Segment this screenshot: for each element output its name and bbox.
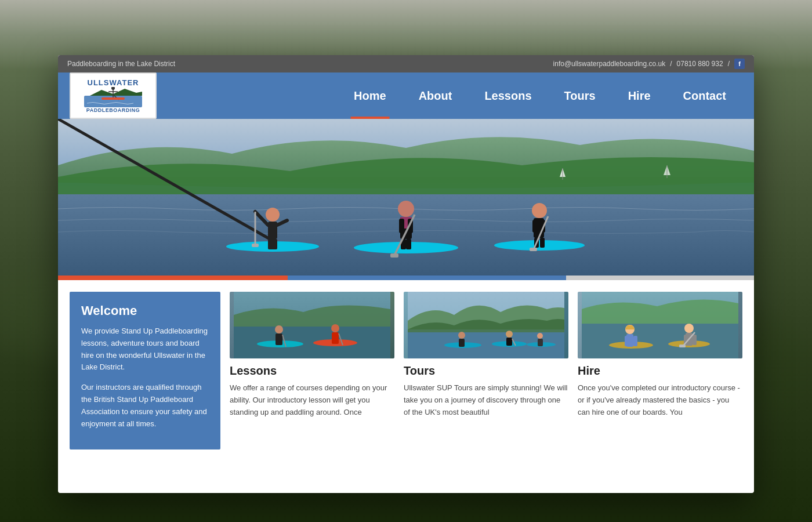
top-bar: Paddleboarding in the Lake District info… — [58, 55, 754, 72]
welcome-box: Welcome We provide Stand Up Paddleboardi… — [70, 292, 220, 449]
hero-image — [58, 119, 754, 276]
nav-home[interactable]: Home — [338, 72, 403, 119]
logo-text-top: ULLSWATER — [77, 78, 150, 87]
svg-point-23 — [398, 201, 414, 217]
hire-title[interactable]: Hire — [578, 364, 742, 378]
svg-rect-19 — [268, 239, 277, 249]
nav-lessons[interactable]: Lessons — [468, 72, 548, 119]
svg-rect-68 — [625, 336, 629, 346]
lessons-title[interactable]: Lessons — [230, 364, 394, 378]
svg-rect-74 — [693, 335, 697, 345]
svg-rect-58 — [506, 338, 512, 346]
welcome-title: Welcome — [81, 303, 209, 318]
svg-point-71 — [684, 324, 694, 333]
nav-hire[interactable]: Hire — [612, 72, 667, 119]
facebook-icon[interactable]: f — [734, 59, 745, 69]
svg-rect-64 — [582, 324, 738, 358]
tagline: Paddleboarding in the Lake District — [67, 60, 175, 68]
svg-point-3 — [111, 87, 115, 90]
svg-rect-38 — [540, 238, 545, 248]
svg-rect-49 — [332, 332, 339, 344]
nav-about[interactable]: About — [403, 72, 469, 119]
svg-rect-42 — [234, 327, 390, 358]
nav-bar: ULLSWATER PADDLEBOARDING — [58, 72, 754, 119]
divider1: / — [670, 60, 672, 68]
logo-icon — [77, 87, 150, 107]
progress-gray — [566, 276, 754, 280]
tours-image — [404, 292, 568, 358]
svg-rect-76 — [679, 345, 686, 347]
svg-rect-45 — [276, 334, 282, 345]
welcome-para2: Our instructors are qualified through th… — [81, 382, 209, 430]
svg-rect-62 — [538, 339, 543, 346]
contact-info: info@ullswaterpaddleboarding.co.uk / 078… — [553, 59, 745, 69]
logo-text-bottom: PADDLEBOARDING — [77, 107, 150, 113]
svg-rect-31 — [390, 253, 398, 258]
phone[interactable]: 07810 880 932 — [677, 60, 723, 68]
svg-rect-21 — [252, 244, 259, 247]
svg-rect-29 — [406, 239, 411, 249]
lessons-card: Lessons We offer a range of courses depe… — [230, 292, 394, 449]
divider2: / — [728, 60, 730, 68]
svg-point-14 — [266, 208, 280, 222]
welcome-para1: We provide Stand Up Paddleboarding lesso… — [81, 325, 209, 374]
svg-rect-69 — [633, 336, 637, 346]
tours-text: Ullswater SUP Tours are simply stunning!… — [404, 382, 568, 418]
lessons-image — [230, 292, 394, 358]
email[interactable]: info@ullswaterpaddleboarding.co.uk — [553, 60, 666, 68]
content-area: Welcome We provide Stand Up Paddleboardi… — [58, 280, 754, 455]
svg-point-44 — [275, 325, 283, 334]
tours-title[interactable]: Tours — [404, 364, 568, 378]
hire-card: Hire Once you've completed our introduct… — [578, 292, 742, 449]
svg-point-33 — [532, 203, 547, 218]
browser-window: Paddleboarding in the Lake District info… — [58, 55, 754, 493]
svg-point-61 — [537, 333, 543, 339]
svg-rect-6 — [102, 97, 125, 100]
progress-orange — [58, 276, 288, 280]
progress-blue — [288, 276, 566, 280]
logo[interactable]: ULLSWATER PADDLEBOARDING — [70, 72, 157, 119]
nav-contact[interactable]: Contact — [667, 72, 742, 119]
hire-text: Once you've completed our introductory c… — [578, 382, 742, 418]
nav-tours[interactable]: Tours — [548, 72, 612, 119]
svg-point-32 — [494, 240, 585, 251]
svg-rect-55 — [459, 339, 465, 347]
navigation: Home About Lessons Tours Hire Contact — [338, 72, 742, 119]
svg-rect-35 — [532, 220, 537, 233]
svg-rect-26 — [399, 219, 404, 233]
tours-card: Tours Ullswater SUP Tours are simply stu… — [404, 292, 568, 449]
hire-image — [578, 292, 742, 358]
svg-point-48 — [331, 324, 339, 332]
lessons-text: We offer a range of courses depending on… — [230, 382, 394, 418]
progress-bar — [58, 276, 754, 280]
svg-point-57 — [506, 331, 513, 338]
svg-rect-40 — [530, 248, 537, 251]
svg-point-54 — [458, 332, 465, 339]
